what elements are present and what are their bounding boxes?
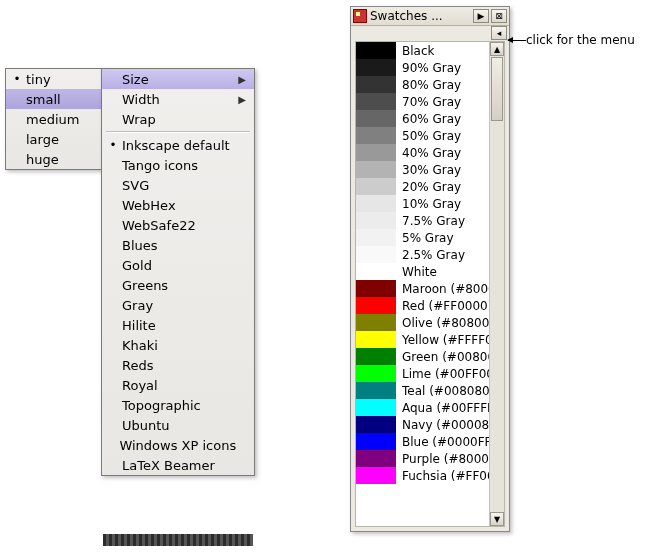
- swatch-chip[interactable]: [356, 76, 396, 93]
- swatch-name: 80% Gray: [396, 78, 461, 92]
- swatch-chip[interactable]: [356, 144, 396, 161]
- swatch-name: 40% Gray: [396, 146, 461, 160]
- swatch-chip[interactable]: [356, 246, 396, 263]
- swatch-name: Olive (#808000): [396, 316, 489, 330]
- menu-item-label: WebSafe22: [120, 218, 234, 233]
- swatch-chip[interactable]: [356, 59, 396, 76]
- swatch-row[interactable]: Navy (#000080): [356, 416, 489, 433]
- swatch-row[interactable]: 30% Gray: [356, 161, 489, 178]
- menu-item-gold[interactable]: Gold: [102, 255, 254, 275]
- swatch-chip[interactable]: [356, 314, 396, 331]
- swatch-chip[interactable]: [356, 450, 396, 467]
- scroll-thumb[interactable]: [491, 57, 503, 121]
- swatch-chip[interactable]: [356, 178, 396, 195]
- swatch-chip[interactable]: [356, 110, 396, 127]
- swatch-row[interactable]: 5% Gray: [356, 229, 489, 246]
- swatches-titlebar[interactable]: Swatches ... ▶ ⊠: [351, 7, 509, 26]
- swatch-chip[interactable]: [356, 433, 396, 450]
- swatch-row[interactable]: 2.5% Gray: [356, 246, 489, 263]
- swatch-name: 7.5% Gray: [396, 214, 465, 228]
- swatch-name: 70% Gray: [396, 95, 461, 109]
- menu-item-blues[interactable]: Blues: [102, 235, 254, 255]
- menu-item-tango-icons[interactable]: Tango icons: [102, 155, 254, 175]
- swatch-row[interactable]: Black: [356, 42, 489, 59]
- swatch-chip[interactable]: [356, 42, 396, 59]
- menu-item-label: Royal: [120, 378, 234, 393]
- swatch-chip[interactable]: [356, 365, 396, 382]
- swatch-row[interactable]: Red (#FF0000): [356, 297, 489, 314]
- swatch-chip[interactable]: [356, 161, 396, 178]
- swatch-row[interactable]: 40% Gray: [356, 144, 489, 161]
- menu-item-label: Gray: [120, 298, 234, 313]
- swatch-chip[interactable]: [356, 280, 396, 297]
- swatch-row[interactable]: Purple (#800080): [356, 450, 489, 467]
- close-button[interactable]: ⊠: [491, 9, 507, 23]
- bullet-icon: •: [106, 138, 120, 152]
- swatch-name: Purple (#800080): [396, 452, 489, 466]
- menu-item-ubuntu[interactable]: Ubuntu: [102, 415, 254, 435]
- swatches-scrollbar[interactable]: ▲ ▼: [489, 42, 504, 526]
- menu-item-latex-beamer[interactable]: LaTeX Beamer: [102, 455, 254, 475]
- swatch-row[interactable]: Yellow (#FFFF00): [356, 331, 489, 348]
- swatch-chip[interactable]: [356, 416, 396, 433]
- annotation-text: click for the menu: [526, 33, 635, 47]
- swatch-row[interactable]: Aqua (#00FFFF): [356, 399, 489, 416]
- swatch-name: Yellow (#FFFF00): [396, 333, 489, 347]
- menu-item-khaki[interactable]: Khaki: [102, 335, 254, 355]
- menu-item-hilite[interactable]: Hilite: [102, 315, 254, 335]
- menu-item-size[interactable]: Size▶: [102, 69, 254, 89]
- swatch-row[interactable]: Olive (#808000): [356, 314, 489, 331]
- menu-item-label: Reds: [120, 358, 234, 373]
- swatch-row[interactable]: 90% Gray: [356, 59, 489, 76]
- swatch-row[interactable]: 70% Gray: [356, 93, 489, 110]
- menu-item-wrap[interactable]: Wrap: [102, 109, 254, 129]
- menu-item-royal[interactable]: Royal: [102, 375, 254, 395]
- swatch-row[interactable]: 20% Gray: [356, 178, 489, 195]
- swatch-chip[interactable]: [356, 93, 396, 110]
- swatch-name: 90% Gray: [396, 61, 461, 75]
- submenu-arrow-icon: ▶: [234, 94, 246, 105]
- menu-item-inkscape-default[interactable]: •Inkscape default: [102, 135, 254, 155]
- menu-item-label: Hilite: [120, 318, 234, 333]
- swatch-chip[interactable]: [356, 467, 396, 484]
- swatch-row[interactable]: 80% Gray: [356, 76, 489, 93]
- swatch-chip[interactable]: [356, 348, 396, 365]
- swatch-row[interactable]: 7.5% Gray: [356, 212, 489, 229]
- swatch-chip[interactable]: [356, 229, 396, 246]
- swatch-row[interactable]: White: [356, 263, 489, 280]
- swatch-chip[interactable]: [356, 331, 396, 348]
- swatch-row[interactable]: Green (#008000): [356, 348, 489, 365]
- menu-item-label: Inkscape default: [120, 138, 234, 153]
- menu-item-topographic[interactable]: Topographic: [102, 395, 254, 415]
- menu-item-reds[interactable]: Reds: [102, 355, 254, 375]
- scroll-up-button[interactable]: ▲: [490, 42, 504, 56]
- swatch-row[interactable]: 10% Gray: [356, 195, 489, 212]
- swatch-row[interactable]: 60% Gray: [356, 110, 489, 127]
- swatches-menu-button[interactable]: ◂: [491, 26, 507, 40]
- menu-item-label: Tango icons: [120, 158, 234, 173]
- menu-item-gray[interactable]: Gray: [102, 295, 254, 315]
- swatch-chip[interactable]: [356, 297, 396, 314]
- swatch-row[interactable]: Blue (#0000FF): [356, 433, 489, 450]
- menu-item-websafe22[interactable]: WebSafe22: [102, 215, 254, 235]
- swatch-chip[interactable]: [356, 263, 396, 280]
- menu-item-windows-xp-icons[interactable]: Windows XP icons: [102, 435, 254, 455]
- menu-item-width[interactable]: Width▶: [102, 89, 254, 109]
- swatch-row[interactable]: Maroon (#800000): [356, 280, 489, 297]
- menu-item-webhex[interactable]: WebHex: [102, 195, 254, 215]
- swatch-chip[interactable]: [356, 399, 396, 416]
- scroll-down-button[interactable]: ▼: [490, 512, 504, 526]
- swatch-row[interactable]: Teal (#008080): [356, 382, 489, 399]
- rollup-button[interactable]: ▶: [473, 9, 489, 23]
- swatch-chip[interactable]: [356, 127, 396, 144]
- swatches-body: Black90% Gray80% Gray70% Gray60% Gray50%…: [355, 41, 505, 527]
- swatch-chip[interactable]: [356, 382, 396, 399]
- menu-item-svg[interactable]: SVG: [102, 175, 254, 195]
- menu-item-greens[interactable]: Greens: [102, 275, 254, 295]
- swatch-chip[interactable]: [356, 195, 396, 212]
- menu-left-icon: ◂: [497, 28, 502, 38]
- swatch-row[interactable]: Lime (#00FF00): [356, 365, 489, 382]
- swatch-row[interactable]: 50% Gray: [356, 127, 489, 144]
- swatch-row[interactable]: Fuchsia (#FF00FF): [356, 467, 489, 484]
- swatch-chip[interactable]: [356, 212, 396, 229]
